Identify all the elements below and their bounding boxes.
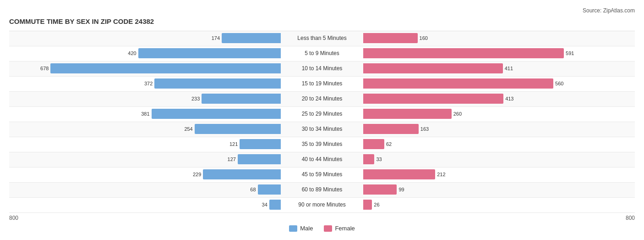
bar-female — [363, 154, 374, 164]
table-row: 34 90 or more Minutes 26 — [9, 198, 635, 213]
bar-row-inner: 254 30 to 34 Minutes 163 — [9, 122, 635, 136]
female-value: 212 — [437, 172, 445, 177]
male-side: 127 — [9, 153, 281, 165]
female-side: 413 — [363, 93, 635, 105]
male-side: 678 — [9, 62, 281, 74]
legend: Male Female — [9, 225, 635, 232]
axis-left: 800 — [9, 215, 18, 221]
chart-area: 174 Less than 5 Minutes 160 420 5 to 9 M… — [9, 31, 635, 232]
table-row: 678 10 to 14 Minutes 411 — [9, 61, 635, 77]
table-row: 233 20 to 24 Minutes 413 — [9, 92, 635, 107]
row-label: 20 to 24 Minutes — [281, 95, 363, 102]
axis-labels: 800 800 — [9, 215, 635, 221]
male-side: 420 — [9, 47, 281, 59]
legend-female: Female — [324, 225, 355, 232]
male-value: 68 — [250, 187, 256, 192]
female-side: 163 — [363, 123, 635, 135]
female-value: 33 — [376, 156, 382, 162]
bar-male — [240, 139, 281, 149]
table-row: 68 60 to 89 Minutes 99 — [9, 183, 635, 198]
female-side: 26 — [363, 199, 635, 211]
bar-row-inner: 68 60 to 89 Minutes 99 — [9, 183, 635, 196]
bar-male — [138, 48, 281, 58]
bar-female — [363, 48, 564, 58]
bar-rows: 174 Less than 5 Minutes 160 420 5 to 9 M… — [9, 31, 635, 213]
male-value: 127 — [228, 156, 236, 162]
bar-row-inner: 678 10 to 14 Minutes 411 — [9, 61, 635, 75]
female-side: 99 — [363, 184, 635, 195]
row-label: 25 to 29 Minutes — [281, 111, 363, 117]
female-value: 99 — [398, 187, 404, 192]
source-label: Source: ZipAtlas.com — [9, 7, 635, 14]
bar-male — [222, 33, 281, 43]
bar-female — [363, 184, 397, 195]
legend-male: Male — [289, 225, 313, 232]
male-side: 34 — [9, 199, 281, 211]
female-side: 62 — [363, 138, 635, 150]
female-side: 212 — [363, 168, 635, 180]
bar-female — [363, 78, 553, 89]
female-side: 560 — [363, 78, 635, 89]
female-side: 260 — [363, 108, 635, 120]
row-label: 30 to 34 Minutes — [281, 126, 363, 132]
bar-male — [152, 109, 281, 119]
bar-row-inner: 372 15 to 19 Minutes 560 — [9, 77, 635, 90]
bar-female — [363, 139, 384, 149]
legend-male-label: Male — [300, 225, 313, 232]
male-value: 233 — [191, 96, 200, 101]
female-value: 26 — [374, 202, 379, 207]
male-value: 229 — [193, 172, 201, 177]
bar-female — [363, 109, 452, 119]
row-label: 10 to 14 Minutes — [281, 65, 363, 72]
table-row: 420 5 to 9 Minutes 591 — [9, 46, 635, 61]
male-value: 420 — [128, 50, 136, 56]
female-value: 163 — [420, 126, 429, 132]
bar-male — [202, 94, 281, 104]
row-label: 90 or more Minutes — [281, 201, 363, 208]
row-label: 35 to 39 Minutes — [281, 141, 363, 147]
bar-row-inner: 381 25 to 29 Minutes 260 — [9, 107, 635, 121]
male-side: 121 — [9, 138, 281, 150]
bar-male — [258, 184, 281, 195]
female-value: 560 — [555, 81, 563, 86]
female-value: 260 — [453, 111, 462, 117]
female-value: 160 — [420, 35, 428, 41]
row-label: 60 to 89 Minutes — [281, 186, 363, 193]
bar-female — [363, 33, 418, 43]
female-side: 160 — [363, 32, 635, 44]
bar-row-inner: 121 35 to 39 Minutes 62 — [9, 137, 635, 151]
bar-female — [363, 124, 419, 134]
table-row: 254 30 to 34 Minutes 163 — [9, 122, 635, 137]
table-row: 127 40 to 44 Minutes 33 — [9, 152, 635, 167]
female-value: 411 — [505, 66, 513, 71]
male-value: 174 — [212, 35, 220, 41]
male-value: 254 — [184, 126, 192, 132]
bar-female — [363, 63, 503, 73]
female-value: 62 — [386, 141, 392, 147]
male-value: 34 — [262, 202, 267, 207]
legend-female-box — [324, 225, 332, 232]
male-side: 372 — [9, 78, 281, 89]
chart-title: COMMUTE TIME BY SEX IN ZIP CODE 24382 — [9, 17, 635, 25]
bar-row-inner: 127 40 to 44 Minutes 33 — [9, 152, 635, 166]
table-row: 381 25 to 29 Minutes 260 — [9, 107, 635, 122]
female-side: 591 — [363, 47, 635, 59]
bar-row-inner: 34 90 or more Minutes 26 — [9, 198, 635, 212]
bar-row-inner: 174 Less than 5 Minutes 160 — [9, 31, 635, 45]
bar-male — [195, 124, 281, 134]
table-row: 372 15 to 19 Minutes 560 — [9, 77, 635, 92]
female-value: 413 — [505, 96, 513, 101]
male-side: 233 — [9, 93, 281, 105]
male-value: 678 — [40, 66, 49, 71]
female-side: 411 — [363, 62, 635, 74]
female-side: 33 — [363, 153, 635, 165]
bar-male — [238, 154, 281, 164]
female-value: 591 — [566, 50, 574, 56]
bar-row-inner: 229 45 to 59 Minutes 212 — [9, 167, 635, 181]
bar-male — [50, 63, 281, 73]
row-label: 40 to 44 Minutes — [281, 156, 363, 162]
row-label: 5 to 9 Minutes — [281, 50, 363, 56]
row-label: 45 to 59 Minutes — [281, 171, 363, 178]
male-value: 121 — [229, 141, 238, 147]
table-row: 229 45 to 59 Minutes 212 — [9, 167, 635, 183]
